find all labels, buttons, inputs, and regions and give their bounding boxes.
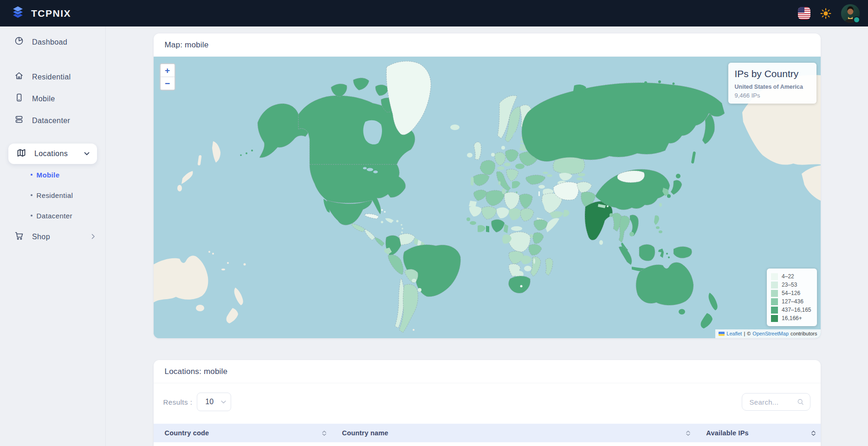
column-header-available-ips[interactable]: Available IPs <box>695 424 820 442</box>
sidebar-item-mobile[interactable]: Mobile <box>0 88 105 109</box>
top-navbar: TCPNIX <box>0 0 868 26</box>
smartphone-icon <box>14 92 24 105</box>
legend-swatch <box>771 290 778 297</box>
home-icon <box>14 71 24 83</box>
main-content: Map: mobile <box>106 26 868 446</box>
infobox-country: United States of America <box>735 84 810 90</box>
sidebar-item-label: Shop <box>32 232 50 241</box>
legend-row: 4–22 <box>771 272 811 281</box>
chevron-down-icon <box>84 152 90 156</box>
legend-swatch <box>771 307 778 314</box>
map-card: Map: mobile <box>154 33 821 338</box>
bullet-icon <box>31 194 32 196</box>
sidebar-subitem-label: Datacenter <box>37 212 72 220</box>
sidebar-item-dashboard[interactable]: Dashboad <box>0 32 105 52</box>
sidebar-subitem-label: Mobile <box>37 171 60 179</box>
sidebar-subitem-datacenter[interactable]: Datacenter <box>0 206 105 225</box>
map-attribution: Leaflet | © OpenStreetMap contributors <box>715 329 820 338</box>
pie-chart-icon <box>14 36 24 48</box>
bullet-icon <box>31 174 32 176</box>
sidebar-item-shop[interactable]: Shop <box>0 226 105 247</box>
brand-logo[interactable]: TCPNIX <box>10 5 71 22</box>
legend-swatch <box>771 315 778 322</box>
sort-icon <box>322 431 326 436</box>
legend-row: 127–436 <box>771 297 811 306</box>
brand-name: TCPNIX <box>31 8 71 19</box>
sidebar-item-residential[interactable]: Residential <box>0 66 105 87</box>
sidebar-item-datacenter[interactable]: Datacenter <box>0 110 105 131</box>
choropleth-world-map[interactable] <box>154 57 821 338</box>
sidebar-item-label: Locations <box>34 150 68 158</box>
search-field <box>742 393 810 411</box>
ips-by-country-infobox: IPs by Country United States of America … <box>728 63 816 104</box>
sidebar-item-label: Dashboad <box>32 38 67 46</box>
sidebar-item-label: Residential <box>32 72 71 81</box>
ukraine-flag-icon <box>719 332 725 336</box>
table-header-row: Country code Country name <box>154 424 821 442</box>
bullet-icon <box>31 215 32 216</box>
legend-row: 437–16,165 <box>771 306 811 314</box>
legend-row: 23–53 <box>771 281 811 289</box>
legend-swatch <box>771 273 778 280</box>
sidebar-subitem-mobile[interactable]: Mobile <box>0 165 105 184</box>
legend-row: 54–126 <box>771 289 811 297</box>
map-legend: 4–22 23–53 54–126 <box>767 269 816 326</box>
column-header-country-code[interactable]: Country code <box>154 424 331 442</box>
table-row <box>154 442 821 446</box>
sidebar-subitem-label: Residential <box>37 191 73 199</box>
infobox-ip-count: 9,466 IPs <box>735 92 810 99</box>
map-icon <box>16 148 26 160</box>
sort-icon <box>811 431 816 436</box>
map-zoom-control: + − <box>160 63 175 91</box>
osm-link[interactable]: OpenStreetMap <box>752 331 789 336</box>
sidebar-item-label: Datacenter <box>32 116 70 125</box>
legend-swatch <box>771 298 778 305</box>
legend-row: 16,166+ <box>771 314 811 322</box>
search-input[interactable] <box>749 398 797 407</box>
brand-stack-icon <box>10 5 26 22</box>
sidebar-item-locations[interactable]: Locations <box>8 144 97 164</box>
results-label: Results : <box>163 398 193 406</box>
sort-icon <box>686 431 690 436</box>
chevron-down-icon <box>221 400 226 404</box>
leaflet-link[interactable]: Leaflet <box>726 331 742 336</box>
navbar-actions <box>798 4 860 23</box>
zoom-out-button[interactable]: − <box>161 77 175 90</box>
server-icon <box>14 114 24 126</box>
locations-card-title: Locations: mobile <box>154 360 821 383</box>
language-flag-us-icon[interactable] <box>798 7 810 20</box>
legend-swatch <box>771 282 778 289</box>
results-per-page-select[interactable]: 10 <box>197 393 231 411</box>
theme-sun-icon[interactable] <box>820 7 832 20</box>
leaflet-map[interactable]: + − IPs by Country United States of Amer… <box>154 57 821 338</box>
column-header-country-name[interactable]: Country name <box>331 424 695 442</box>
user-avatar[interactable] <box>841 4 860 23</box>
sidebar: Dashboad Residential Mobile <box>0 26 106 446</box>
online-status-dot <box>853 16 860 23</box>
zoom-in-button[interactable]: + <box>161 64 175 77</box>
locations-card: Locations: mobile Results : 10 <box>154 360 821 446</box>
map-card-title: Map: mobile <box>154 33 821 57</box>
infobox-title: IPs by Country <box>735 68 810 79</box>
sidebar-subitem-residential[interactable]: Residential <box>0 186 105 204</box>
sidebar-item-label: Mobile <box>32 94 55 103</box>
cart-icon <box>14 230 24 243</box>
app-root: TCPNIX <box>0 0 868 446</box>
search-icon <box>797 398 804 406</box>
chevron-right-icon <box>91 234 95 239</box>
